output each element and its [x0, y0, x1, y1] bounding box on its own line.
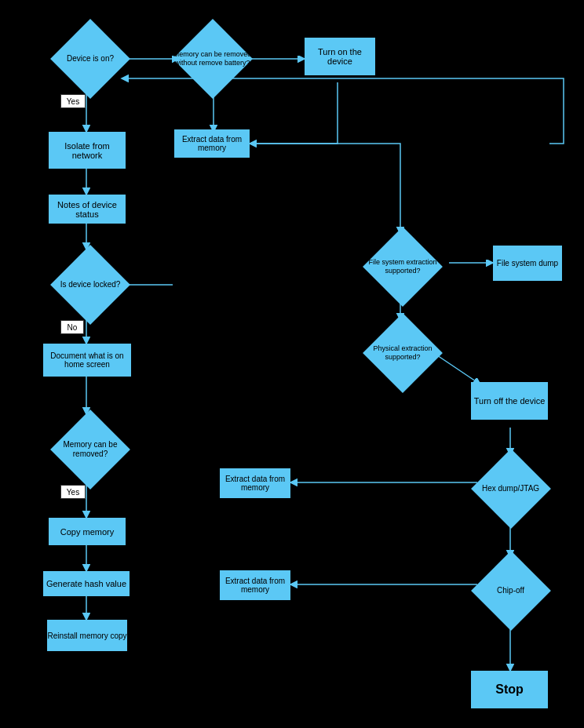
- box-reinstall-memory: Reinstall memory copy: [47, 620, 127, 651]
- diamond-hex-dump-jtag: Hex dump/JTAG: [473, 453, 548, 524]
- box-file-system-dump: File system dump: [493, 246, 562, 281]
- box-copy-memory: Copy memory: [49, 518, 126, 545]
- diamond-is-device-locked: Is device locked?: [51, 249, 130, 320]
- diamond-file-system-extraction: File system extraction supported?: [363, 231, 442, 302]
- diamond-memory-can-be-removed: Memory can be removed?: [51, 414, 130, 485]
- box-generate-hash: Generate hash value: [43, 571, 130, 596]
- box-stop: Stop: [471, 671, 548, 708]
- box-extract-data-memory3: Extract data from memory: [220, 570, 290, 600]
- label-no1: No: [60, 320, 84, 334]
- box-notes-device-status: Notes of device status: [49, 195, 126, 224]
- box-extract-data-memory2: Extract data from memory: [220, 468, 290, 498]
- label-yes2: Yes: [60, 485, 86, 499]
- box-document-home-screen: Document what is on home screen: [43, 344, 131, 377]
- box-isolate-network: Isolate from network: [49, 132, 126, 169]
- svg-line-12: [437, 355, 480, 384]
- box-turn-on-device: Turn on the device: [305, 38, 375, 75]
- label-yes1: Yes: [60, 94, 86, 108]
- flowchart: Device is on? Memory can be removed with…: [0, 0, 584, 728]
- diamond-physical-extraction: Physical extraction supported?: [363, 318, 442, 388]
- box-turn-off-device: Turn off the device: [471, 382, 548, 420]
- diamond-device-is-on: Device is on?: [51, 24, 130, 94]
- diamond-memory-remove-battery: Memory can be removed without remove bat…: [171, 24, 254, 94]
- box-extract-data-memory1: Extract data from memory: [174, 129, 250, 158]
- diamond-chip-off: Chip-off: [473, 555, 548, 626]
